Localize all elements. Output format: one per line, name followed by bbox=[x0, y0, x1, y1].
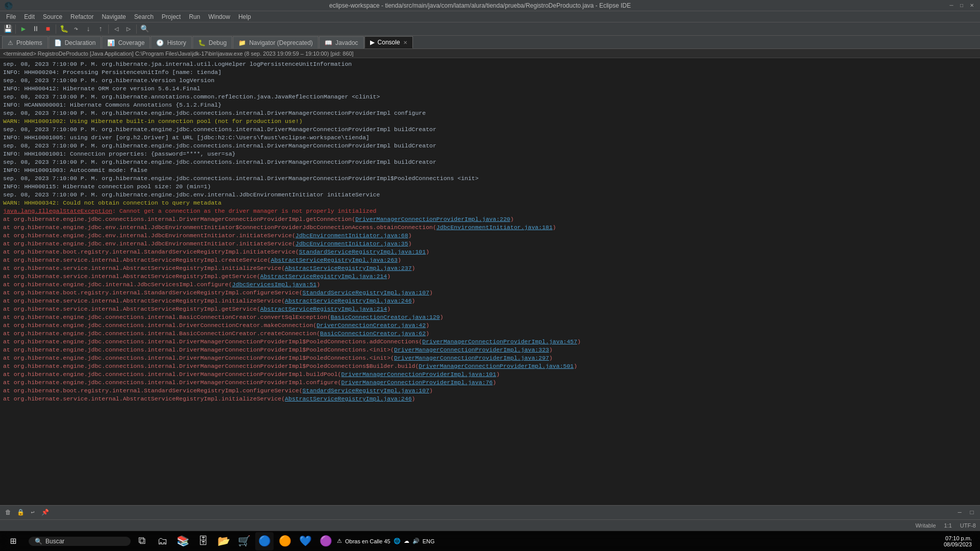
clear-console-button[interactable]: 🗑 bbox=[3, 508, 13, 518]
maximize-console-button[interactable]: □ bbox=[967, 508, 977, 518]
stack-trace-link[interactable]: DriverManagerConnectionProviderImpl.java… bbox=[394, 355, 549, 361]
stack-trace-link[interactable]: StandardServiceRegistryImpl.java:101 bbox=[299, 248, 426, 255]
console-line: INFO: HHH000115: Hibernate connection po… bbox=[3, 183, 977, 191]
scroll-lock-button[interactable]: 🔒 bbox=[15, 508, 26, 518]
search-button[interactable]: 🔍 bbox=[139, 23, 150, 35]
back-button[interactable]: ◁ bbox=[111, 23, 122, 35]
database-icon[interactable]: 🗄 bbox=[194, 532, 212, 550]
console-line: at org.hibernate.service.internal.Abstra… bbox=[3, 305, 977, 313]
history-icon: 🕐 bbox=[156, 39, 164, 46]
stack-trace-link[interactable]: JdbcEnvironmentInitiator.java:35 bbox=[296, 240, 408, 247]
stack-trace-link[interactable]: AbstractServiceRegistryImpl.java:214 bbox=[260, 273, 387, 280]
stack-trace-link[interactable]: DriverManagerConnectionProviderImpl.java… bbox=[355, 216, 510, 222]
tab-declaration[interactable]: 📄 Declaration bbox=[48, 36, 102, 48]
stack-trace-link[interactable]: AbstractServiceRegistryImpl.java:263 bbox=[271, 257, 398, 263]
stack-trace-link[interactable]: DriverConnectionCreator.java:42 bbox=[316, 322, 426, 329]
menu-item-refactor[interactable]: Refactor bbox=[66, 12, 97, 21]
stack-trace-link[interactable]: StandardServiceRegistryImpl.java:107 bbox=[303, 289, 429, 296]
taskbar-search[interactable]: 🔍 Buscar bbox=[29, 537, 131, 546]
maximize-button[interactable]: □ bbox=[958, 2, 966, 10]
tab-problems[interactable]: ⚠ Problems bbox=[2, 36, 48, 48]
library-icon[interactable]: 📚 bbox=[174, 532, 192, 550]
console-line: at org.hibernate.boot.registry.internal.… bbox=[3, 248, 977, 256]
edge-icon[interactable]: 🔵 bbox=[255, 532, 274, 550]
console-line: at org.hibernate.engine.jdbc.connections… bbox=[3, 330, 977, 338]
stack-trace-link[interactable]: DriverManagerConnectionProviderImpl.java… bbox=[341, 371, 497, 378]
stack-trace-link[interactable]: StandardServiceRegistryImpl.java:107 bbox=[303, 387, 429, 394]
tab-console[interactable]: ▶ Console ✕ bbox=[364, 36, 413, 48]
stack-trace-link[interactable]: BasicConnectionCreator.java:62 bbox=[320, 330, 426, 337]
tab-javadoc[interactable]: 📖 Javadoc bbox=[319, 36, 364, 48]
search-icon: 🔍 bbox=[35, 538, 42, 545]
stack-trace-link[interactable]: AbstractServiceRegistryImpl.java:246 bbox=[285, 395, 411, 402]
close-button[interactable]: ✕ bbox=[968, 2, 976, 10]
debug-button[interactable]: 🐛 bbox=[58, 23, 69, 35]
notification-text: Obras en Calle 45 bbox=[345, 538, 390, 544]
console-lines: sep. 08, 2023 7:10:00 P. M. org.hibernat… bbox=[3, 60, 977, 403]
tab-coverage[interactable]: 📊 Coverage bbox=[102, 36, 150, 48]
console-line: at org.hibernate.engine.jdbc.connections… bbox=[3, 379, 977, 387]
stack-trace-link[interactable]: DriverManagerConnectionProviderImpl.java… bbox=[394, 346, 549, 353]
stop-button[interactable]: ■ bbox=[42, 23, 54, 35]
tab-navigator[interactable]: 📁 Navigator (Deprecated) bbox=[233, 36, 318, 48]
step-over-button[interactable]: ↷ bbox=[70, 23, 82, 35]
pause-button[interactable]: ⏸ bbox=[30, 23, 41, 35]
toolbar-separator2 bbox=[56, 24, 56, 34]
console-output[interactable]: sep. 08, 2023 7:10:00 P. M. org.hibernat… bbox=[0, 58, 980, 505]
stack-trace-link[interactable]: AbstractServiceRegistryImpl.java:214 bbox=[260, 306, 387, 312]
menu-item-navigate[interactable]: Navigate bbox=[97, 12, 130, 21]
minimize-button[interactable]: ─ bbox=[947, 2, 955, 10]
step-return-button[interactable]: ↑ bbox=[95, 23, 106, 35]
menu-item-source[interactable]: Source bbox=[39, 12, 66, 21]
store-icon[interactable]: 🛒 bbox=[235, 532, 253, 550]
exception-class-link[interactable]: java.lang.IllegalStateException bbox=[3, 208, 112, 214]
menu-item-project[interactable]: Project bbox=[158, 12, 185, 21]
forward-button[interactable]: ▷ bbox=[123, 23, 134, 35]
vscode-icon[interactable]: 💙 bbox=[296, 532, 314, 550]
stack-trace-link[interactable]: DriverManagerConnectionProviderImpl.java… bbox=[422, 338, 577, 345]
console-line: sep. 08, 2023 7:10:00 P. M. org.hibernat… bbox=[3, 142, 977, 150]
menu-item-edit[interactable]: Edit bbox=[20, 12, 39, 21]
save-button[interactable]: 💾 bbox=[2, 23, 13, 35]
stack-trace-link[interactable]: BasicConnectionCreator.java:129 bbox=[331, 314, 440, 320]
language-text: ENG bbox=[423, 538, 435, 544]
console-line: at org.hibernate.service.internal.Abstra… bbox=[3, 272, 977, 281]
systray: ⚠ Obras en Calle 45 🌐 ☁ 🔊 ENG bbox=[337, 538, 435, 544]
start-button[interactable]: ⊞ bbox=[4, 532, 22, 550]
firefox-icon[interactable]: 🟠 bbox=[276, 532, 294, 550]
folder-icon[interactable]: 📂 bbox=[214, 532, 233, 550]
tab-history[interactable]: 🕐 History bbox=[151, 36, 191, 48]
stack-trace-link[interactable]: DriverManagerConnectionProviderImpl.java… bbox=[419, 363, 574, 369]
stack-trace-link[interactable]: JdbcEnvironmentInitiator.java:68 bbox=[296, 232, 408, 239]
javadoc-icon: 📖 bbox=[325, 39, 332, 46]
task-view-button[interactable]: ⧉ bbox=[133, 532, 151, 550]
file-explorer-icon[interactable]: 🗂 bbox=[153, 532, 172, 550]
run-button[interactable]: ▶ bbox=[18, 23, 29, 35]
time-display: 07:10 p.m. bbox=[945, 535, 972, 541]
stack-trace-link[interactable]: AbstractServiceRegistryImpl.java:237 bbox=[285, 265, 411, 271]
pin-console-button[interactable]: 📌 bbox=[40, 508, 50, 518]
step-into-button[interactable]: ↓ bbox=[83, 23, 94, 35]
toolbar: 💾 ▶ ⏸ ■ 🐛 ↷ ↓ ↑ ◁ ▷ 🔍 bbox=[0, 22, 980, 36]
statusbar: Writable 1:1 UTF-8 bbox=[0, 519, 980, 531]
console-line: WARN: HHH10001002: Using Hibernate built… bbox=[3, 117, 977, 126]
stack-trace-link[interactable]: JdbcServicesImpl.java:51 bbox=[232, 281, 317, 288]
stack-trace-link[interactable]: JdbcEnvironmentInitiator.java:181 bbox=[436, 224, 553, 231]
stack-trace-link[interactable]: AbstractServiceRegistryImpl.java:246 bbox=[285, 297, 411, 304]
console-line: sep. 08, 2023 7:10:00 P. M. org.hibernat… bbox=[3, 191, 977, 199]
tab-close-button[interactable]: ✕ bbox=[403, 40, 407, 45]
console-line: INFO: HHH10001001: Connection properties… bbox=[3, 150, 977, 158]
menu-item-run[interactable]: Run bbox=[185, 12, 204, 21]
menu-item-window[interactable]: Window bbox=[204, 12, 234, 21]
eclipse-taskbar-icon[interactable]: 🟣 bbox=[316, 532, 335, 550]
stack-trace-link[interactable]: DriverManagerConnectionProviderImpl.java… bbox=[341, 379, 493, 386]
menu-item-help[interactable]: Help bbox=[234, 12, 255, 21]
taskbar-clock[interactable]: 07:10 p.m. 08/09/2023 bbox=[944, 535, 972, 547]
console-icon: ▶ bbox=[370, 39, 375, 46]
minimize-console-button[interactable]: ─ bbox=[954, 508, 965, 518]
tab-debug[interactable]: 🐛 Debug bbox=[192, 36, 232, 48]
menu-item-file[interactable]: File bbox=[2, 12, 20, 21]
console-line: INFO: HHH10001005: using driver [org.h2.… bbox=[3, 134, 977, 142]
menu-item-search[interactable]: Search bbox=[130, 12, 158, 21]
word-wrap-button[interactable]: ↩ bbox=[28, 508, 38, 518]
